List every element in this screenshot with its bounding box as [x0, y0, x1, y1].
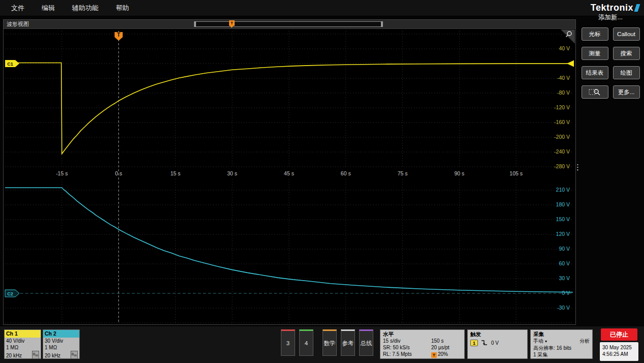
- C2-y-tick-label: 60 V: [559, 260, 570, 266]
- bus-label: 总线: [361, 340, 372, 347]
- trigger-source-badge: 1: [470, 340, 478, 346]
- bottom-status-bar: Ch 1 40 V/div 1 MΩ 20 kHzBW Ch 2 30 V/di…: [0, 326, 644, 363]
- x-tick-label: -15 s: [56, 170, 68, 176]
- brand-slash-icon: [634, 4, 640, 12]
- trigger-flag[interactable]: T: [115, 32, 123, 41]
- acquisition-title: 采集: [533, 331, 590, 338]
- horizontal-window: 150 s: [431, 338, 443, 344]
- menu-edit[interactable]: 编辑: [42, 4, 55, 13]
- bus-button[interactable]: 总线: [359, 329, 373, 356]
- C1-y-tick-label: -280 V: [554, 163, 570, 169]
- C2-y-tick-label: 120 V: [556, 231, 570, 237]
- ch1-scale: 40 V/div: [6, 338, 39, 345]
- C1-waveform-trace: [5, 63, 573, 154]
- search-button[interactable]: 搜索: [613, 47, 640, 60]
- math-button[interactable]: 数学: [323, 329, 337, 356]
- C1-y-tick-label: -40 V: [557, 75, 570, 81]
- C2-channel-handle[interactable]: C2: [5, 290, 19, 297]
- record-view-minimap[interactable]: T: [194, 21, 383, 27]
- C2-y-tick-label: 30 V: [559, 275, 570, 281]
- panel-splitter-handle[interactable]: ⋮: [574, 164, 578, 184]
- menu-utility[interactable]: 辅助功能: [72, 4, 99, 13]
- menu-help[interactable]: 帮助: [116, 4, 129, 13]
- datetime-display: 30 May 2025 4:56:25 AM: [600, 342, 638, 361]
- ch1-badge[interactable]: Ch 1 40 V/div 1 MΩ 20 kHzBW: [4, 329, 41, 359]
- date-text: 30 May 2025: [602, 344, 638, 351]
- bandwidth-icon: BW: [71, 351, 78, 359]
- minimap-left-handle[interactable]: [194, 21, 196, 27]
- plot-button[interactable]: 绘图: [613, 66, 640, 79]
- ch2-name: Ch 2: [45, 330, 56, 337]
- zoom-tool-icon: [589, 88, 601, 96]
- dropdown-caret-icon: ▾: [545, 339, 547, 344]
- falling-edge-icon: [480, 339, 489, 346]
- callout-button[interactable]: Callout: [613, 27, 640, 41]
- ref-button[interactable]: 参考: [341, 329, 355, 356]
- svg-text:T: T: [117, 32, 120, 38]
- acq-analysis[interactable]: 分析: [579, 338, 590, 345]
- more-button[interactable]: 更多...: [613, 85, 640, 99]
- x-tick-label: 15 s: [170, 170, 180, 176]
- x-tick-label: 75 s: [398, 170, 408, 176]
- menu-bar: 文件 编辑 辅助功能 帮助 Tektronix: [0, 0, 644, 16]
- C1-y-tick-label: 40 V: [559, 45, 570, 51]
- add-new-title: 添加新...: [579, 13, 642, 22]
- ch3-label: 3: [286, 340, 289, 346]
- ch4-label: 4: [305, 340, 308, 346]
- ch1-bandwidth: 20 kHz: [6, 353, 22, 359]
- ch2-impedance: 1 MΩ: [45, 345, 78, 351]
- horizontal-scale: 15 s/div: [383, 338, 431, 344]
- C1-y-tick-label: -80 V: [557, 89, 570, 96]
- waveform-view-titlebar: 波形视图 T: [4, 20, 575, 29]
- trigger-level: 0 V: [491, 340, 499, 346]
- trigger-panel[interactable]: 触发 1 0 V: [467, 329, 528, 359]
- C1-y-tick-label: -240 V: [554, 148, 570, 155]
- C2-y-tick-label: 210 V: [556, 187, 570, 193]
- C1-y-tick-label: -120 V: [554, 104, 570, 110]
- trigger-position-icon: T: [431, 352, 437, 358]
- add-new-panel: 添加新... 光标 Callout 测量 搜索 结果表 绘图 更多...: [579, 13, 642, 99]
- trigger-position-value: 20%: [438, 351, 448, 357]
- C1-channel-handle[interactable]: C1: [5, 60, 19, 67]
- minimap-trigger-marker[interactable]: T: [229, 20, 235, 26]
- acq-mode[interactable]: 手动: [533, 338, 543, 344]
- record-length: RL: 7.5 Mpts: [383, 351, 431, 358]
- x-tick-label: 30 s: [227, 170, 237, 176]
- C1-y-tick-label: -160 V: [554, 119, 570, 125]
- horizontal-panel[interactable]: 水平 15 s/div150 s SR: 50 kS/s20 μs/pt RL:…: [380, 329, 465, 359]
- run-stop-button[interactable]: 已停止: [601, 328, 637, 341]
- minimap-right-handle[interactable]: [381, 21, 383, 27]
- waveform-plot: 40 V-40 V-80 V-120 V-160 V-200 V-240 V-2…: [4, 29, 575, 324]
- bandwidth-icon: BW: [32, 351, 39, 359]
- acquisition-panel[interactable]: 采集 手动▾ 分析 高分辨率: 16 bits 1 采集: [530, 329, 593, 359]
- waveform-view-window: 波形视图 T 40 V-40 V-80 V-120 V-160 V-200 V-…: [3, 19, 576, 325]
- ch2-bandwidth: 20 kHz: [45, 353, 60, 359]
- acq-resolution: 高分辨率: 16 bits: [533, 345, 590, 351]
- sample-rate: SR: 50 kS/s: [383, 344, 431, 351]
- cursor-button[interactable]: 光标: [582, 27, 608, 41]
- ch4-button[interactable]: 4: [299, 329, 313, 356]
- x-tick-label: 45 s: [284, 170, 294, 176]
- waveform-view-title: 波形视图: [7, 20, 29, 28]
- ch3-button[interactable]: 3: [281, 329, 295, 356]
- ch1-impedance: 1 MΩ: [6, 345, 39, 351]
- x-tick-label: 90 s: [454, 170, 464, 176]
- tektronix-logo: Tektronix: [591, 3, 639, 13]
- trigger-title: 触发: [470, 331, 525, 338]
- ch1-name: Ch 1: [6, 330, 18, 337]
- time-per-point: 20 μs/pt: [431, 344, 449, 351]
- results-table-button[interactable]: 结果表: [582, 66, 608, 79]
- C2-y-tick-label: 90 V: [559, 246, 570, 252]
- x-tick-label: 105 s: [509, 170, 523, 176]
- C2-y-tick-label: 0 V: [562, 290, 570, 296]
- zoom-tool-button[interactable]: [582, 85, 608, 99]
- C1-y-tick-label: -200 V: [554, 134, 570, 140]
- menu-file[interactable]: 文件: [11, 4, 24, 13]
- horizontal-title: 水平: [383, 331, 462, 338]
- C1-level-arrow[interactable]: [567, 60, 574, 67]
- ch2-badge[interactable]: Ch 2 30 V/div 1 MΩ 20 kHzBW: [43, 329, 80, 359]
- measure-button[interactable]: 测量: [582, 47, 608, 60]
- zoom-corner-button[interactable]: [561, 29, 575, 44]
- ch2-scale: 30 V/div: [45, 338, 78, 345]
- math-label: 数学: [324, 340, 336, 347]
